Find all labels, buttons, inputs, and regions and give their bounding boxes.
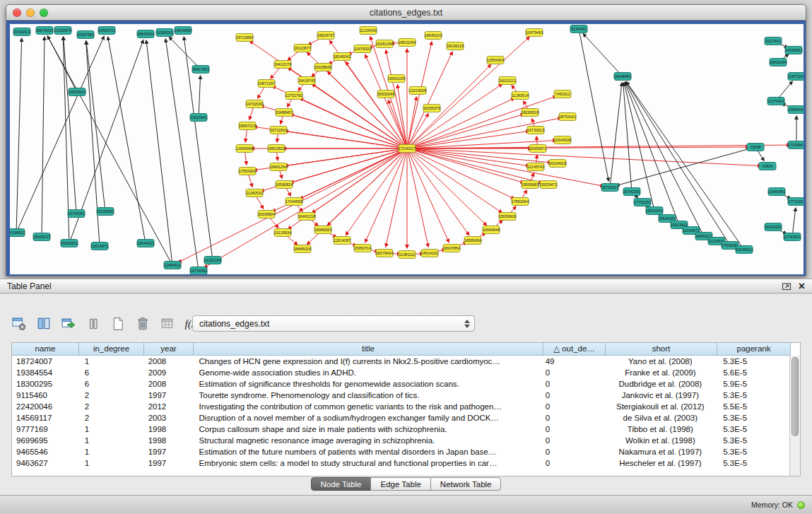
graph-node[interactable]: 10871297 [258,80,275,88]
graph-node[interactable]: 18302046 [377,90,394,98]
import-table-button[interactable] [158,315,177,333]
graph-node[interactable]: 14702039 [246,100,263,108]
column-header-out_de[interactable]: △ out_de… [543,343,606,356]
graph-node[interactable]: 21351234 [204,257,221,264]
table-row[interactable]: 946362711997Embryonic stem cells: a mode… [12,457,789,469]
graph-node[interactable]: 16113677 [294,45,311,52]
graph-node[interactable]: 19565683 [522,181,539,189]
graph-node[interactable]: 15824737 [317,32,334,40]
tab-node-table[interactable]: Node Table [311,477,372,491]
table-row[interactable]: 969969511998Structural magnetic resonanc… [12,435,789,446]
graph-node[interactable]: 12623341 [190,114,207,122]
table-row[interactable]: 946554611997Estimation of the future num… [12,446,789,457]
graph-node[interactable]: 20028935 [314,64,331,71]
graph-node[interactable]: 11282532 [246,189,263,197]
column-header-title[interactable]: title [194,343,543,356]
zoom-button[interactable] [40,8,48,17]
column-header-pagerank[interactable]: pagerank [717,343,791,356]
graph-node[interactable]: 18823520 [268,145,285,153]
graph-node[interactable]: 11225430 [360,27,377,35]
graph-node[interactable]: 12614287 [334,237,351,245]
graph-node[interactable]: 19412176 [274,61,291,69]
graph-node[interactable]: 12484511 [164,262,181,269]
scrollbar-thumb[interactable] [792,357,799,436]
graph-node[interactable]: 14334551 [785,47,802,54]
graph-node[interactable]: 18679431 [36,27,53,35]
new-document-button[interactable] [109,315,127,333]
graph-node[interactable]: 15938 [747,144,764,151]
graph-node[interactable]: 11283514 [512,92,529,100]
graph-node[interactable]: 13203028 [409,87,426,95]
graph-node[interactable]: 7450312 [554,90,571,98]
graph-node[interactable]: 12752792 [286,92,302,100]
graph-node[interactable]: 18245042 [334,53,351,61]
graph-node[interactable]: 10196521 [10,229,25,237]
column-header-in_degree[interactable]: in_degree [79,343,144,356]
graph-node[interactable]: 19483721 [98,27,115,35]
column-header-name[interactable]: name [12,343,79,356]
graph-node[interactable]: 20711810 [270,127,287,134]
graph-node[interactable]: 9327401 [765,37,782,45]
graph-node[interactable]: 19245022 [736,246,753,254]
graph-node[interactable]: 15950714 [354,245,371,252]
graph-node[interactable]: 16040281 [765,223,782,231]
graph-node[interactable]: 28417901 [192,66,209,74]
graph-node[interactable]: 11544928 [554,136,571,144]
graph-node[interactable]: 18283518 [522,109,539,117]
graph-node[interactable]: 16461218 [298,213,315,221]
graph-node[interactable]: 17344558 [286,198,302,206]
graph-node[interactable]: 20532622 [69,88,86,96]
graph-node[interactable]: 12554304 [487,57,504,64]
graph-node[interactable]: 12940098 [236,145,253,153]
table-settings-button[interactable] [10,315,28,333]
graph-node[interactable]: 15053472 [540,181,557,189]
tab-edge-table[interactable]: Edge Table [370,477,430,491]
network-graph-svg[interactable]: 1724022718510294161812961247632018245042… [10,24,804,274]
graph-node[interactable]: 15905151 [61,240,78,247]
graph-node[interactable]: 10590824 [276,181,293,189]
graph-node[interactable]: 18510294 [399,39,416,47]
graph-node[interactable]: 13360451 [768,188,785,196]
graph-node[interactable]: 18485326 [294,245,311,253]
graph-node[interactable]: 18589394 [464,237,481,245]
graph-node[interactable]: 15684291 [788,106,804,114]
float-panel-icon[interactable] [782,282,792,291]
graph-node[interactable]: 13129934 [274,229,291,237]
table-row[interactable]: 1456911722003Disruption of a novel membe… [12,412,789,424]
graph-node[interactable]: 15488457 [276,109,293,117]
graph-node[interactable]: 14732613 [527,127,544,134]
graph-node[interactable]: 12476320 [354,45,371,53]
graph-node[interactable]: 11873201 [788,73,804,81]
graph-node[interactable]: 12145742 [527,163,544,171]
graph-node[interactable]: 16640103 [425,32,442,40]
graph-node[interactable]: 18957215 [239,122,256,130]
close-button[interactable] [13,8,21,17]
table-row[interactable]: 1938455462009Genome-wide association stu… [12,367,789,378]
graph-node[interactable]: 16339904 [258,211,275,218]
table-row[interactable]: 1830029562008Estimation of significance … [12,378,789,390]
graph-node[interactable]: 19961264 [270,163,287,171]
graph-node[interactable]: 19544231 [137,240,154,247]
graph-node[interactable]: 16648481 [614,73,631,81]
graph-node[interactable]: 18753161 [559,113,576,121]
graph-node[interactable]: 18279434 [376,250,393,257]
graph-node[interactable]: 16937854 [443,245,460,252]
graph-node[interactable]: 20532611 [13,28,30,36]
graph-node[interactable]: 15722894 [236,34,253,42]
graph-node[interactable]: 19086053 [314,226,331,234]
graph-node[interactable]: 16164918 [549,160,566,168]
select-columns-button[interactable] [35,315,53,333]
graph-node[interactable]: 16181296 [376,40,393,48]
graph-node[interactable]: 16961035 [388,75,405,83]
graph-node[interactable]: 11908261 [156,29,173,37]
row-height-button[interactable] [84,315,102,333]
graph-node[interactable]: 18009137 [33,233,50,241]
graph-node[interactable]: 16365871 [529,145,546,153]
table-scrollbar[interactable] [789,356,800,476]
graph-node[interactable]: 16742921 [601,184,618,192]
graph-node[interactable]: 17240227 [399,145,416,153]
graph-node[interactable]: 25206091 [97,208,114,216]
graph-node[interactable]: 15705351 [68,210,85,218]
graph-node[interactable]: 10994648 [483,226,500,234]
column-header-short[interactable]: short [606,343,717,356]
